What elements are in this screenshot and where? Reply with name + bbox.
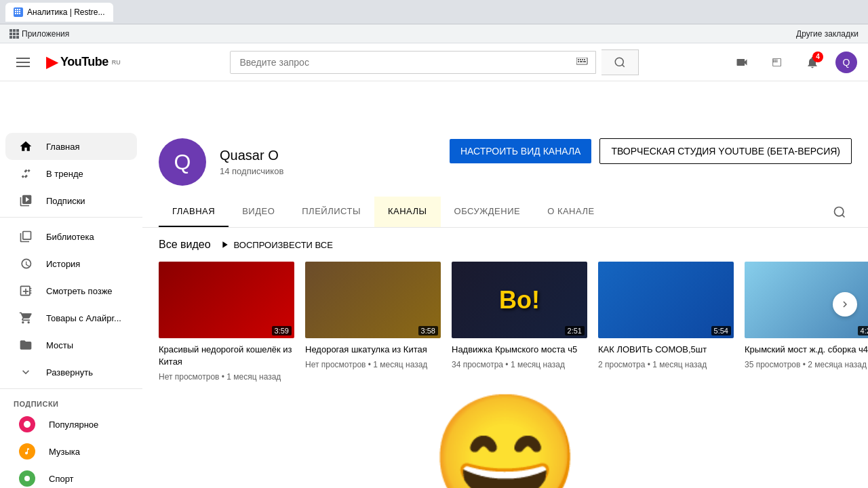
video-title-0: Красивый недорогой кошелёк из Китая <box>159 344 294 368</box>
sidebar-item-subscriptions[interactable]: Подписки <box>5 187 137 214</box>
hamburger-menu[interactable] <box>11 52 35 73</box>
youtube-logo[interactable]: ▶ YouTube RU <box>46 54 121 71</box>
sidebar-bridges-label: Мосты <box>46 340 73 350</box>
video-card-1[interactable]: 3:58 Недорогая шкатулка из Китая Нет про… <box>305 262 441 371</box>
sidebar-item-library[interactable]: Библиотека <box>5 223 137 250</box>
play-all-label: ВОСПРОИЗВЕСТИ ВСЕ <box>234 240 333 250</box>
sidebar-item-home[interactable]: Главная <box>5 133 137 160</box>
tab-videos[interactable]: ВИДЕО <box>229 197 288 227</box>
apps-button[interactable] <box>765 50 789 75</box>
sidebar-sub-sport[interactable]: Спорт <box>5 465 137 488</box>
sidebar-sub-popular[interactable]: Популярное <box>5 411 137 438</box>
video-card-2[interactable]: Во! 2:51 Надвижка Крымского моста ч5 34 … <box>452 262 587 371</box>
sidebar-library-label: Библиотека <box>46 232 94 242</box>
video-thumb-3: 5:54 <box>598 262 734 338</box>
sidebar-sub-sport-label: Спорт <box>49 474 74 484</box>
browser-tab[interactable]: Аналитика | Restre... <box>5 3 113 22</box>
svg-rect-10 <box>13 29 16 32</box>
tab-about[interactable]: О КАНАЛЕ <box>534 197 608 227</box>
svg-rect-25 <box>583 61 586 62</box>
svg-rect-14 <box>16 33 19 35</box>
svg-line-27 <box>622 64 624 66</box>
sidebar-item-watch-later[interactable]: Смотреть позже <box>5 277 137 304</box>
tab-playlists[interactable]: ПЛЕЙЛИСТЫ <box>288 197 374 227</box>
sidebar: Главная В тренде Подписки Библиотека <box>0 125 142 488</box>
watch-later-icon <box>19 284 33 298</box>
search-input[interactable] <box>231 52 570 73</box>
channel-avatar: Q <box>159 138 206 186</box>
svg-line-30 <box>842 214 845 217</box>
svg-rect-0 <box>15 9 16 10</box>
notification-badge: 4 <box>812 52 823 62</box>
expand-icon <box>19 365 33 379</box>
svg-rect-19 <box>578 59 579 60</box>
video-card-3[interactable]: 5:54 КАК ЛОВИТЬ СОМОВ,5шт 2 просмотра • … <box>598 262 734 371</box>
notifications-button[interactable]: 4 <box>800 50 825 75</box>
video-title-2: Надвижка Крымского моста ч5 <box>452 344 587 356</box>
studio-button[interactable]: ТВОРЧЕСКАЯ СТУДИЯ YOUTUBE (БЕТА-ВЕРСИЯ) <box>599 138 852 164</box>
sidebar-item-bridges[interactable]: Мосты <box>5 331 137 359</box>
svg-rect-24 <box>580 61 583 62</box>
video-card-4[interactable]: 4:21 Крымский мост ж.д. сборка ч4 35 про… <box>745 262 868 371</box>
other-bookmarks[interactable]: Другие закладки <box>792 28 863 40</box>
video-title-4: Крымский мост ж.д. сборка ч4 <box>745 344 868 356</box>
other-bookmarks-label: Другие закладки <box>796 29 859 39</box>
large-emoji: 😄 <box>429 396 582 488</box>
customize-channel-button[interactable]: НАСТРОИТЬ ВИД КАНАЛА <box>450 139 592 163</box>
channel-subscribers: 14 подписчиков <box>220 166 283 176</box>
tab-channels[interactable]: КАНАЛЫ <box>374 197 441 227</box>
tab-favicon <box>14 7 23 17</box>
apps-bookmark[interactable]: Приложения <box>5 28 73 40</box>
svg-rect-4 <box>17 11 18 12</box>
sidebar-expand[interactable]: Развернуть <box>5 359 137 386</box>
keyboard-icon[interactable] <box>570 58 595 67</box>
sidebar-home-label: Главная <box>46 142 79 152</box>
svg-rect-21 <box>582 59 583 60</box>
sidebar-subscriptions-label: Подписки <box>46 196 85 206</box>
channel-search-button[interactable] <box>827 200 852 224</box>
sidebar-item-trending[interactable]: В тренде <box>5 160 137 187</box>
video-create-button[interactable] <box>730 50 754 75</box>
video-duration-3: 5:54 <box>711 326 731 336</box>
sidebar-sub-music[interactable]: Музыка <box>5 438 137 465</box>
video-thumb-1: 3:58 <box>305 262 441 338</box>
home-icon <box>19 140 33 153</box>
tab-label: Аналитика | Restre... <box>27 7 105 17</box>
svg-rect-12 <box>9 33 12 35</box>
main-content: Q Quasar O 14 подписчиков НАСТРОИТЬ ВИД … <box>142 125 868 488</box>
sidebar-item-shopping[interactable]: Товары с Алайpr... <box>5 304 137 331</box>
emoji-section: 😄 <box>159 396 852 488</box>
apps-label: Приложения <box>22 29 69 39</box>
tab-discussion[interactable]: ОБСУЖДЕНИЕ <box>441 197 534 227</box>
topbar-left: ▶ YouTube RU <box>11 52 146 73</box>
sidebar-sub-popular-label: Популярное <box>49 420 98 430</box>
play-all-button[interactable]: ВОСПРОИЗВЕСТИ ВСЕ <box>219 239 333 250</box>
bookmarks-bar: Приложения Другие закладки <box>0 24 868 43</box>
tab-home[interactable]: ГЛАВНАЯ <box>159 197 229 227</box>
video-card-0[interactable]: 3:59 Красивый недорогой кошелёк из Китая… <box>159 262 294 383</box>
sidebar-history-label: История <box>46 259 80 269</box>
video-duration-2: 2:51 <box>565 326 585 336</box>
videos-row: 3:59 Красивый недорогой кошелёк из Китая… <box>159 262 852 383</box>
search-button[interactable] <box>601 49 639 75</box>
sport-icon <box>19 470 35 487</box>
topbar-center <box>146 49 722 75</box>
scroll-right-button[interactable] <box>833 292 857 317</box>
svg-rect-23 <box>578 61 579 62</box>
video-meta-0: Нет просмотров • 1 месяц назад <box>159 371 294 383</box>
music-icon <box>19 443 35 460</box>
svg-rect-15 <box>9 36 12 39</box>
sidebar-item-history[interactable]: История <box>5 250 137 277</box>
sidebar-subscriptions-section: ПОДПИСКИ Популярное Музыка Спорт <box>0 392 142 488</box>
svg-rect-6 <box>15 13 16 14</box>
user-avatar[interactable]: Q <box>835 52 857 73</box>
section-title: Все видео <box>159 239 211 251</box>
svg-rect-17 <box>16 36 19 39</box>
sidebar-library-section: Библиотека История Смотреть позже Товары… <box>0 220 142 389</box>
video-thumb-2: Во! 2:51 <box>452 262 587 338</box>
svg-rect-5 <box>19 11 20 12</box>
section-header: Все видео ВОСПРОИЗВЕСТИ ВСЕ <box>159 239 852 251</box>
video-duration-0: 3:59 <box>272 326 292 336</box>
sidebar-shopping-label: Товары с Алайpr... <box>46 313 121 323</box>
search-bar <box>230 51 596 74</box>
